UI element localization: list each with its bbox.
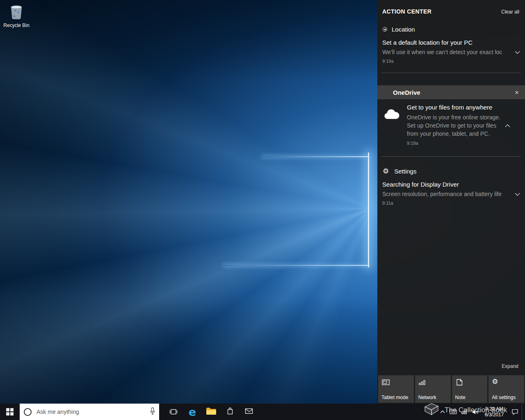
onedrive-group-header: OneDrive bbox=[377, 85, 525, 99]
note-icon bbox=[455, 378, 463, 388]
cortana-search-box[interactable] bbox=[20, 404, 159, 420]
network-icon bbox=[418, 378, 427, 388]
settings-gear-icon bbox=[383, 168, 389, 175]
taskbar: e bbox=[0, 404, 525, 420]
notification-time: 9:19a bbox=[407, 141, 510, 146]
search-input[interactable] bbox=[37, 409, 149, 415]
store-bag-icon bbox=[226, 407, 234, 417]
notification-time: 9:11a bbox=[382, 201, 520, 205]
location-group-label: Location bbox=[392, 26, 415, 33]
touch-keyboard-button[interactable] bbox=[447, 404, 459, 420]
mail-button[interactable] bbox=[240, 404, 258, 420]
action-center-header: ACTION CENTER Clear all bbox=[382, 8, 519, 15]
close-icon[interactable] bbox=[514, 89, 520, 96]
wallpaper-light-beam bbox=[224, 265, 369, 266]
task-view-button[interactable] bbox=[164, 404, 183, 420]
microphone-icon[interactable] bbox=[149, 407, 156, 417]
network-tray-button[interactable] bbox=[459, 404, 470, 420]
recycle-bin[interactable]: Recycle Bin bbox=[3, 3, 30, 28]
notification-title: Searching for Display Driver bbox=[382, 181, 520, 188]
notification-time: 9:19a bbox=[382, 59, 520, 64]
clock-time: 9:21 AM bbox=[481, 406, 508, 412]
wallpaper-light-beam bbox=[262, 156, 369, 157]
store-button[interactable] bbox=[221, 404, 240, 420]
tablet-mode-icon bbox=[381, 378, 390, 388]
notification-title: Get to your files from anywhere bbox=[407, 104, 510, 111]
chevron-up-icon[interactable] bbox=[505, 122, 510, 129]
task-view-icon bbox=[169, 409, 178, 415]
notification-body: We’ll use it when we can’t detect your e… bbox=[382, 49, 511, 55]
chevron-up-icon bbox=[440, 410, 445, 413]
divider bbox=[381, 156, 521, 157]
volume-button[interactable] bbox=[470, 404, 481, 420]
notification-title: Set a default location for your PC bbox=[382, 39, 520, 46]
expand-button[interactable]: Expand bbox=[502, 363, 518, 369]
quick-action-tablet-mode[interactable]: Tablet mode bbox=[378, 375, 414, 403]
folder-icon bbox=[206, 407, 217, 417]
quick-action-network[interactable]: Network bbox=[415, 375, 451, 403]
system-tray: 9:21 AM 6/3/2017 bbox=[438, 404, 525, 420]
edge-button[interactable]: e bbox=[183, 404, 202, 420]
action-center-title: ACTION CENTER bbox=[382, 8, 431, 15]
wallpaper-window-glow bbox=[368, 153, 369, 267]
settings-group-label: Settings bbox=[394, 168, 416, 175]
action-center-icon bbox=[511, 409, 518, 415]
notification-onedrive[interactable]: Get to your files from anywhere OneDrive… bbox=[383, 104, 520, 146]
quick-action-label: Tablet mode bbox=[381, 395, 408, 400]
quick-action-label: All settings bbox=[492, 395, 516, 400]
hidden-icons-button[interactable] bbox=[438, 404, 447, 420]
network-icon bbox=[461, 409, 468, 415]
quick-action-note[interactable]: Note bbox=[452, 375, 488, 403]
show-desktop-button[interactable] bbox=[522, 404, 524, 420]
settings-group-heading: Settings bbox=[383, 168, 520, 175]
chevron-down-icon[interactable] bbox=[515, 48, 520, 56]
windows-logo-icon bbox=[6, 408, 14, 415]
speaker-icon bbox=[472, 409, 479, 415]
onedrive-cloud-icon bbox=[383, 104, 407, 146]
location-group-heading: Location bbox=[383, 26, 520, 33]
edge-icon: e bbox=[189, 406, 196, 418]
quick-actions: Tablet mode Network Note bbox=[378, 375, 524, 403]
screen: Recycle Bin ACTION CENTER Clear all Loca… bbox=[0, 0, 525, 420]
keyboard-icon bbox=[450, 409, 457, 415]
clock-date: 6/3/2017 bbox=[481, 412, 508, 418]
divider bbox=[381, 73, 521, 73]
clock[interactable]: 9:21 AM 6/3/2017 bbox=[481, 406, 508, 418]
quick-action-all-settings[interactable]: All settings bbox=[488, 375, 524, 403]
notification-body: Screen resolution, performance and batte… bbox=[382, 191, 511, 197]
action-center-tray-button[interactable] bbox=[508, 404, 522, 420]
cortana-icon bbox=[24, 408, 32, 416]
quick-action-label: Note bbox=[455, 395, 466, 400]
mail-envelope-icon bbox=[245, 408, 253, 416]
chevron-down-icon[interactable] bbox=[515, 190, 520, 198]
quick-action-label: Network bbox=[418, 395, 436, 400]
recycle-bin-icon bbox=[9, 14, 24, 21]
start-button[interactable] bbox=[0, 404, 20, 420]
settings-gear-icon bbox=[492, 378, 498, 386]
notification-location[interactable]: Set a default location for your PC We’ll… bbox=[382, 39, 520, 64]
file-explorer-button[interactable] bbox=[202, 404, 221, 420]
location-icon bbox=[383, 27, 387, 32]
notification-settings[interactable]: Searching for Display Driver Screen reso… bbox=[382, 181, 520, 205]
action-center-panel: ACTION CENTER Clear all Location Set a d… bbox=[377, 0, 525, 404]
notification-body: OneDrive is your free online storage. Se… bbox=[407, 113, 502, 138]
clear-all-button[interactable]: Clear all bbox=[501, 9, 519, 15]
onedrive-app-name: OneDrive bbox=[393, 89, 420, 96]
recycle-bin-label: Recycle Bin bbox=[3, 23, 30, 28]
